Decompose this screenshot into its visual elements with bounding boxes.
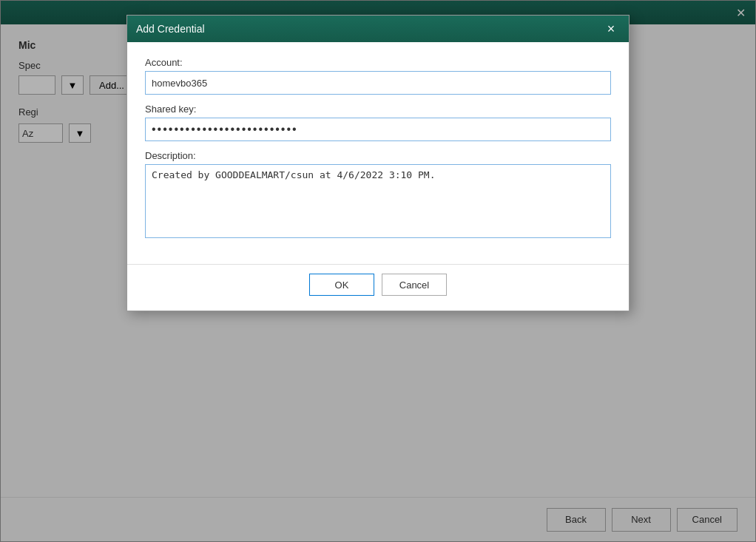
dialog-title: Add Credential [136, 23, 205, 35]
ok-button[interactable]: OK [309, 274, 374, 296]
dialog-titlebar: Add Credential × [127, 16, 629, 42]
add-credential-dialog: Add Credential × Account: Shared key: De… [126, 15, 630, 311]
account-label: Account: [145, 57, 611, 68]
dialog-footer: OK Cancel [127, 264, 629, 311]
description-label: Description: [145, 150, 611, 161]
shared-key-input[interactable] [145, 118, 611, 141]
account-input[interactable] [145, 71, 611, 95]
dialog-body: Account: Shared key: Description: Create… [127, 42, 629, 255]
shared-key-label: Shared key: [145, 104, 611, 115]
cancel-button[interactable]: Cancel [382, 274, 447, 296]
description-textarea[interactable]: Created by GOODDEALMART/csun at 4/6/2022… [145, 164, 611, 238]
dialog-close-button[interactable]: × [602, 20, 620, 38]
